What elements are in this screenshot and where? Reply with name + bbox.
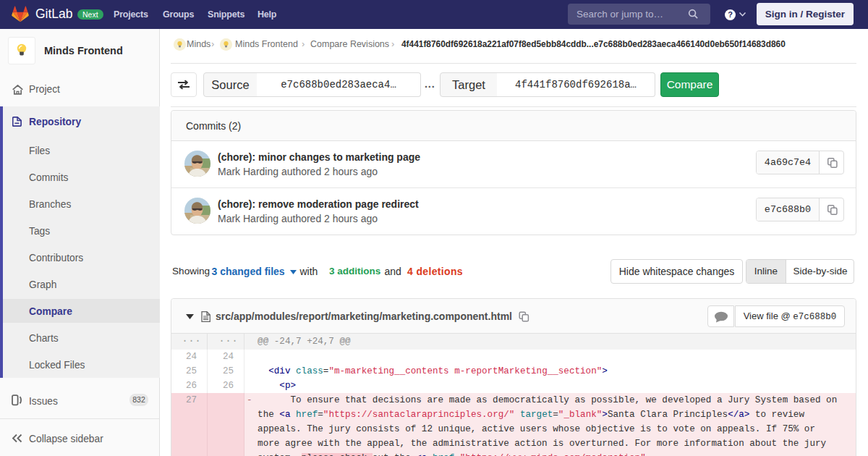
svg-text:?: ? (728, 10, 733, 19)
